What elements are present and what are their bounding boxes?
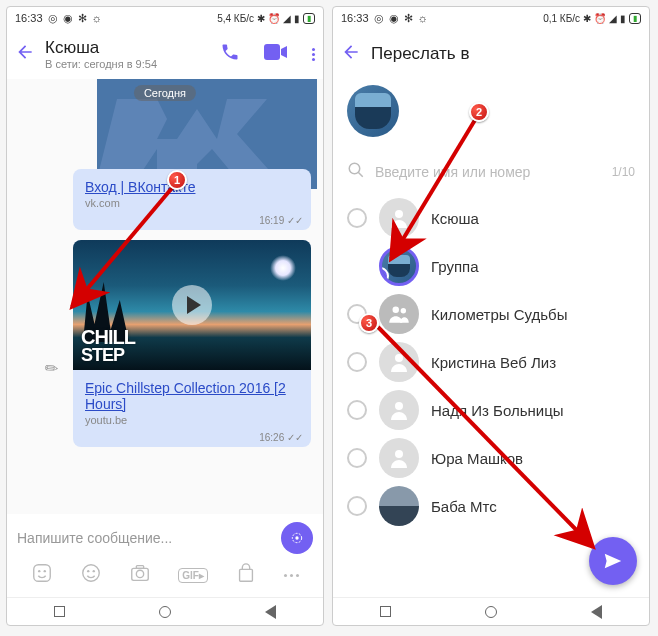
read-icon: ✓✓ bbox=[287, 432, 303, 443]
nav-back[interactable] bbox=[591, 605, 602, 619]
bluetooth-icon: ✱ bbox=[257, 13, 265, 24]
sticker-icon[interactable] bbox=[80, 562, 102, 589]
msg2-domain: youtu.be bbox=[73, 414, 311, 432]
svg-point-3 bbox=[295, 536, 298, 539]
avatar-icon bbox=[379, 390, 419, 430]
signal-icon: ▮ bbox=[294, 13, 300, 24]
msg1-domain: vk.com bbox=[73, 197, 311, 215]
contact-row[interactable]: Километры Судьбы bbox=[339, 290, 643, 338]
message-input[interactable]: Напишите сообщение... bbox=[17, 530, 281, 546]
avatar-icon bbox=[379, 438, 419, 478]
contact-row[interactable]: Юра Машков bbox=[339, 434, 643, 482]
svg-point-9 bbox=[92, 570, 94, 572]
nav-back[interactable] bbox=[265, 605, 276, 619]
svg-point-22 bbox=[395, 450, 403, 458]
instagram-icon: ◎ bbox=[48, 12, 58, 25]
back-button[interactable] bbox=[341, 42, 361, 66]
alarm-icon: ⏰ bbox=[268, 13, 280, 24]
read-icon: ✓✓ bbox=[287, 215, 303, 226]
forward-screen: 16:33 ◎ ◉ ✻ ☼ 0,1 КБ/с ✱ ⏰ ◢ ▮ ▮ Пересла… bbox=[332, 6, 650, 626]
contact-name: Надя Из Больницы bbox=[431, 402, 564, 419]
status-bar: 16:33 ◎ ◉ ✻ ☼ 5,4 КБ/с ✱ ⏰ ◢ ▮ ▮ bbox=[7, 7, 323, 29]
contact-name: Юра Машков bbox=[431, 450, 523, 467]
search-icon bbox=[347, 161, 365, 182]
msg2-video-preview[interactable]: CHILLSTEP bbox=[73, 240, 311, 370]
avatar-group: ✓ bbox=[379, 246, 419, 286]
video-call-button[interactable] bbox=[264, 44, 288, 64]
shop-icon[interactable] bbox=[235, 562, 257, 589]
more-menu-button[interactable] bbox=[312, 48, 315, 61]
contact-row[interactable]: Надя Из Больницы bbox=[339, 386, 643, 434]
date-pill: Сегодня bbox=[134, 85, 196, 101]
radio-unchecked[interactable] bbox=[347, 496, 367, 516]
contact-row[interactable]: Кристина Веб Лиз bbox=[339, 338, 643, 386]
check-icon: ✓ bbox=[379, 267, 389, 285]
svg-line-16 bbox=[358, 172, 363, 177]
sun-icon: ☼ bbox=[418, 12, 428, 24]
avatar-icon bbox=[379, 342, 419, 382]
selected-chip-avatar[interactable] bbox=[347, 85, 399, 137]
nav-home[interactable] bbox=[485, 606, 497, 618]
chat-last-seen: В сети: сегодня в 9:54 bbox=[45, 58, 196, 70]
contact-name: Километры Судьбы bbox=[431, 306, 567, 323]
chat-appbar: Ксюша В сети: сегодня в 9:54 bbox=[7, 29, 323, 79]
contact-row-selected[interactable]: ✓ Группа bbox=[339, 242, 643, 290]
radio-unchecked[interactable] bbox=[347, 304, 367, 324]
more-icon[interactable] bbox=[284, 574, 299, 577]
voice-record-button[interactable] bbox=[281, 522, 313, 554]
nav-recents[interactable] bbox=[54, 606, 65, 617]
gif-icon[interactable]: GIF▸ bbox=[178, 568, 208, 583]
svg-rect-4 bbox=[33, 565, 50, 582]
svg-rect-12 bbox=[136, 566, 143, 569]
svg-point-7 bbox=[83, 565, 100, 582]
svg-point-5 bbox=[38, 570, 40, 572]
svg-point-15 bbox=[349, 163, 360, 174]
msg2-overlay-text: CHILLSTEP bbox=[81, 328, 135, 364]
svg-point-19 bbox=[401, 308, 406, 313]
svg-point-6 bbox=[43, 570, 45, 572]
forward-appbar: Переслать в bbox=[333, 29, 649, 79]
send-fab[interactable] bbox=[589, 537, 637, 585]
play-icon[interactable] bbox=[172, 285, 212, 325]
chat-body[interactable]: Сегодня Вход | ВКонтакте vk.com 16:19 ✓✓… bbox=[7, 79, 323, 514]
svg-rect-13 bbox=[240, 569, 253, 581]
avatar-photo bbox=[379, 486, 419, 526]
chat-contact-name: Ксюша bbox=[45, 38, 196, 58]
message-bubble-1[interactable]: Вход | ВКонтакте vk.com 16:19 ✓✓ bbox=[73, 169, 311, 230]
nav-home[interactable] bbox=[159, 606, 171, 618]
status-bar: 16:33 ◎ ◉ ✻ ☼ 0,1 КБ/с ✱ ⏰ ◢ ▮ ▮ bbox=[333, 7, 649, 29]
emoji-icon[interactable] bbox=[31, 562, 53, 589]
msg1-link[interactable]: Вход | ВКонтакте bbox=[73, 169, 311, 197]
bluetooth-icon: ✱ bbox=[583, 13, 591, 24]
pen-icon: ✎ bbox=[40, 357, 62, 380]
search-row: Введите имя или номер 1/10 bbox=[333, 137, 649, 194]
contact-list[interactable]: Ксюша ✓ Группа Километры Судьбы Кристина… bbox=[333, 194, 649, 597]
contact-row[interactable]: Баба Мтс bbox=[339, 482, 643, 530]
avatar-icon bbox=[379, 198, 419, 238]
svg-point-21 bbox=[395, 402, 403, 410]
radio-unchecked[interactable] bbox=[347, 400, 367, 420]
status-time: 16:33 bbox=[341, 12, 369, 24]
radio-unchecked[interactable] bbox=[347, 352, 367, 372]
svg-point-18 bbox=[393, 306, 400, 313]
search-input[interactable]: Введите имя или номер bbox=[375, 164, 602, 180]
svg-rect-0 bbox=[264, 44, 280, 60]
msg2-link[interactable]: Epic Chillstep Collection 2016 [2 Hours] bbox=[73, 370, 311, 414]
selection-counter: 1/10 bbox=[612, 165, 635, 179]
settings-icon: ✻ bbox=[78, 12, 87, 25]
chat-title-block[interactable]: Ксюша В сети: сегодня в 9:54 bbox=[45, 38, 196, 70]
annotation-badge-2: 2 bbox=[469, 102, 489, 122]
status-time: 16:33 bbox=[15, 12, 43, 24]
nav-recents[interactable] bbox=[380, 606, 391, 617]
contact-row[interactable]: Ксюша bbox=[339, 194, 643, 242]
camera-icon[interactable] bbox=[129, 562, 151, 589]
radio-unchecked[interactable] bbox=[347, 448, 367, 468]
camera-icon: ◉ bbox=[63, 12, 73, 25]
radio-unchecked[interactable] bbox=[347, 208, 367, 228]
sun-icon: ☼ bbox=[92, 12, 102, 24]
svg-point-17 bbox=[395, 210, 403, 218]
contact-name: Кристина Веб Лиз bbox=[431, 354, 556, 371]
message-bubble-2[interactable]: CHILLSTEP Epic Chillstep Collection 2016… bbox=[73, 240, 311, 447]
voice-call-button[interactable] bbox=[220, 42, 240, 66]
back-button[interactable] bbox=[15, 42, 35, 66]
